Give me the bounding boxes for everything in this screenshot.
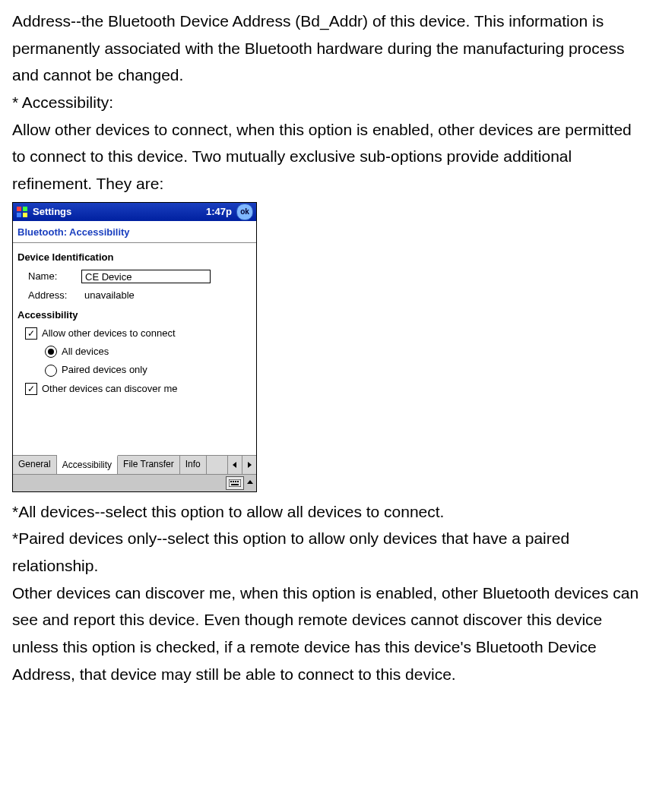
window-title: Settings xyxy=(33,204,206,220)
paragraph: * Accessibility: xyxy=(12,89,644,116)
checkbox-discoverable[interactable]: ✓ xyxy=(25,383,37,395)
paragraph: Address--the Bluetooth Device Address (B… xyxy=(12,8,644,89)
paragraph: Allow other devices to connect, when thi… xyxy=(12,116,644,197)
paragraph: *Paired devices only--select this option… xyxy=(12,525,644,579)
device-name-input[interactable] xyxy=(81,270,211,283)
chevron-up-icon xyxy=(247,479,253,485)
svg-marker-4 xyxy=(233,462,236,468)
svg-rect-11 xyxy=(231,484,239,485)
page-subtitle: Bluetooth: Accessibility xyxy=(13,221,256,243)
titlebar: Settings 1:47p ok xyxy=(13,203,256,221)
checkbox-allow-connect-label: Allow other devices to connect xyxy=(42,325,176,342)
settings-body: Device Identification Name: Address: una… xyxy=(13,243,256,402)
paragraph: Other devices can discover me, when this… xyxy=(12,580,644,688)
paragraph: *All devices--select this option to allo… xyxy=(12,498,644,526)
svg-marker-5 xyxy=(248,462,252,468)
start-icon[interactable] xyxy=(16,206,28,218)
radio-all-devices[interactable] xyxy=(45,346,57,358)
chevron-right-icon xyxy=(246,462,252,468)
svg-rect-2 xyxy=(17,213,21,217)
tab-info[interactable]: Info xyxy=(180,456,207,474)
tab-scroll-right[interactable] xyxy=(242,456,256,474)
svg-rect-3 xyxy=(23,213,27,217)
clock: 1:47p xyxy=(206,204,232,220)
svg-rect-8 xyxy=(233,481,234,482)
svg-rect-10 xyxy=(237,481,239,482)
bottom-bar xyxy=(13,474,256,491)
section-device-identification: Device Identification xyxy=(17,249,252,266)
checkbox-allow-connect[interactable]: ✓ xyxy=(25,327,37,340)
pocketpc-window: Settings 1:47p ok Bluetooth: Accessibili… xyxy=(12,202,257,492)
radio-all-devices-label: All devices xyxy=(62,343,109,360)
tab-general[interactable]: General xyxy=(13,456,57,474)
svg-rect-1 xyxy=(23,207,27,211)
ok-button[interactable]: ok xyxy=(236,204,253,220)
name-label: Name: xyxy=(17,268,81,285)
svg-rect-7 xyxy=(230,481,232,482)
tab-scroll-left[interactable] xyxy=(227,456,242,474)
section-accessibility: Accessibility xyxy=(17,307,252,324)
radio-paired-only[interactable] xyxy=(45,365,57,377)
tab-bar: General Accessibility File Transfer Info xyxy=(13,455,256,474)
address-label: Address: xyxy=(17,287,81,304)
checkbox-discoverable-label: Other devices can discover me xyxy=(42,381,177,397)
svg-rect-6 xyxy=(229,479,241,487)
tab-file-transfer[interactable]: File Transfer xyxy=(118,456,180,474)
chevron-left-icon xyxy=(232,462,238,468)
keyboard-icon xyxy=(229,479,241,487)
radio-paired-only-label: Paired devices only xyxy=(62,362,147,378)
tab-accessibility[interactable]: Accessibility xyxy=(57,455,118,474)
svg-marker-12 xyxy=(247,480,253,484)
address-value: unavailable xyxy=(81,287,135,304)
svg-rect-9 xyxy=(235,481,236,482)
keyboard-button[interactable] xyxy=(226,476,244,490)
svg-rect-0 xyxy=(17,207,21,211)
sip-up-button[interactable] xyxy=(247,476,253,489)
